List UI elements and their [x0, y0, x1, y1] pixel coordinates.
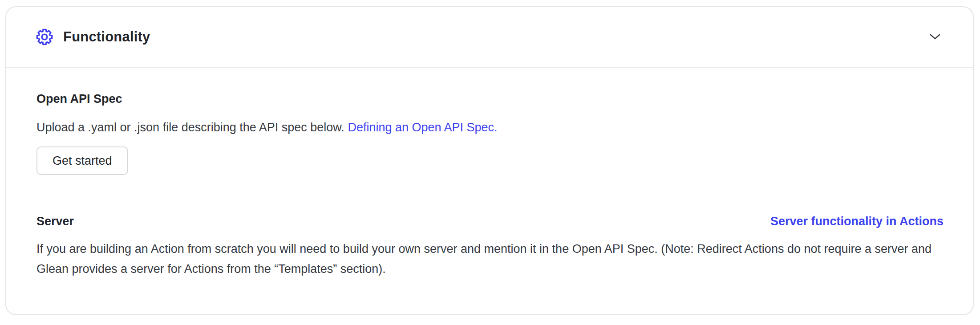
chevron-down-icon[interactable]: [929, 31, 941, 43]
panel-title: Functionality: [63, 29, 150, 45]
panel-content: Open API Spec Upload a .yaml or .json fi…: [6, 68, 973, 279]
server-functionality-link[interactable]: Server functionality in Actions: [770, 215, 944, 228]
functionality-panel: Functionality Open API Spec Upload a .ya…: [5, 6, 974, 315]
gear-icon: [36, 28, 53, 46]
functionality-section-header[interactable]: Functionality: [6, 7, 973, 67]
server-heading: Server: [36, 213, 74, 229]
server-heading-row: Server Server functionality in Actions: [36, 213, 944, 229]
get-started-button[interactable]: Get started: [36, 146, 128, 175]
server-description: If you are building an Action from scrat…: [36, 239, 944, 279]
defining-open-api-spec-link[interactable]: Defining an Open API Spec.: [348, 121, 497, 134]
open-api-spec-description-text: Upload a .yaml or .json file describing …: [36, 121, 344, 134]
open-api-spec-description: Upload a .yaml or .json file describing …: [36, 118, 944, 138]
open-api-spec-heading: Open API Spec: [36, 91, 944, 107]
